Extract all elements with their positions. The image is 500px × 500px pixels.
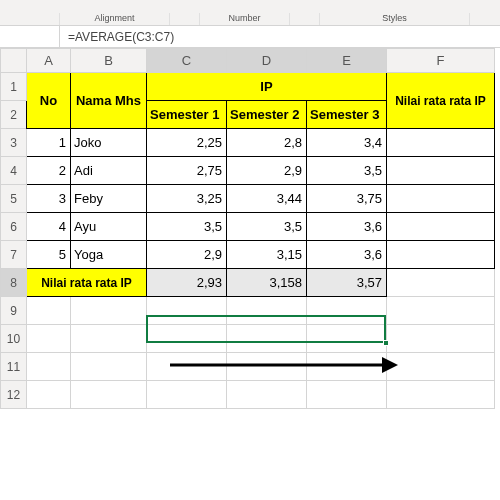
ribbon: Alignment Number Styles (0, 0, 500, 26)
formula-input[interactable]: =AVERAGE(C3:C7) (60, 30, 174, 44)
cell[interactable]: Joko (71, 129, 147, 157)
row-6[interactable]: 6 (1, 213, 27, 241)
cell[interactable] (71, 353, 147, 381)
cell[interactable] (387, 129, 495, 157)
cell[interactable] (387, 185, 495, 213)
cell[interactable] (147, 353, 227, 381)
row-5[interactable]: 5 (1, 185, 27, 213)
cell[interactable]: 5 (27, 241, 71, 269)
formula-bar: =AVERAGE(C3:C7) (0, 26, 500, 48)
header-sem3[interactable]: Semester 3 (307, 101, 387, 129)
row-4[interactable]: 4 (1, 157, 27, 185)
cell[interactable]: 2,25 (147, 129, 227, 157)
header-no[interactable]: No (27, 73, 71, 129)
cell[interactable] (387, 325, 495, 353)
cell-avg-s1[interactable]: 2,93 (147, 269, 227, 297)
cell[interactable] (147, 381, 227, 409)
cell[interactable]: 3,6 (307, 213, 387, 241)
cell[interactable]: 3 (27, 185, 71, 213)
col-D[interactable]: D (227, 49, 307, 73)
header-nama[interactable]: Nama Mhs (71, 73, 147, 129)
cell[interactable] (71, 325, 147, 353)
cell-avg-s2[interactable]: 3,158 (227, 269, 307, 297)
header-sem1[interactable]: Semester 1 (147, 101, 227, 129)
cell[interactable] (27, 353, 71, 381)
cell[interactable]: 2,75 (147, 157, 227, 185)
ribbon-group-styles: Styles (382, 13, 407, 23)
cell[interactable] (307, 381, 387, 409)
cell[interactable] (147, 297, 227, 325)
col-A[interactable]: A (27, 49, 71, 73)
grid[interactable]: A B C D E F 1 No Nama Mhs IP Nilai rata … (0, 48, 495, 409)
row-3[interactable]: 3 (1, 129, 27, 157)
cell[interactable]: 2,8 (227, 129, 307, 157)
cell[interactable] (27, 381, 71, 409)
row-7[interactable]: 7 (1, 241, 27, 269)
cell[interactable]: Adi (71, 157, 147, 185)
cell[interactable] (71, 297, 147, 325)
cell[interactable] (387, 353, 495, 381)
cell[interactable] (387, 213, 495, 241)
col-E[interactable]: E (307, 49, 387, 73)
header-ip[interactable]: IP (147, 73, 387, 101)
cell[interactable] (71, 381, 147, 409)
avg-label[interactable]: Nilai rata rata IP (27, 269, 147, 297)
cell[interactable]: 3,44 (227, 185, 307, 213)
col-B[interactable]: B (71, 49, 147, 73)
cell[interactable] (27, 297, 71, 325)
cell[interactable]: 2,9 (147, 241, 227, 269)
cell[interactable]: 1 (27, 129, 71, 157)
cell[interactable] (307, 297, 387, 325)
cell[interactable] (227, 297, 307, 325)
cell[interactable]: 3,5 (307, 157, 387, 185)
name-box[interactable] (0, 26, 60, 47)
cell[interactable]: 2,9 (227, 157, 307, 185)
cell[interactable] (387, 381, 495, 409)
cell[interactable] (387, 241, 495, 269)
col-F[interactable]: F (387, 49, 495, 73)
row-2[interactable]: 2 (1, 101, 27, 129)
cell[interactable]: 4 (27, 213, 71, 241)
cell[interactable]: 3,5 (227, 213, 307, 241)
cell[interactable] (307, 353, 387, 381)
cell[interactable] (387, 297, 495, 325)
cell[interactable] (227, 325, 307, 353)
row-1[interactable]: 1 (1, 73, 27, 101)
cell[interactable]: 3,75 (307, 185, 387, 213)
cell-avg-s3[interactable]: 3,57 (307, 269, 387, 297)
cell[interactable]: Yoga (71, 241, 147, 269)
ribbon-group-number: Number (228, 13, 260, 23)
cell[interactable]: 3,5 (147, 213, 227, 241)
cell[interactable]: 2 (27, 157, 71, 185)
cell[interactable] (387, 269, 495, 297)
row-9[interactable]: 9 (1, 297, 27, 325)
row-8[interactable]: 8 (1, 269, 27, 297)
cell[interactable]: Ayu (71, 213, 147, 241)
row-10[interactable]: 10 (1, 325, 27, 353)
cell[interactable]: 3,4 (307, 129, 387, 157)
cell[interactable] (147, 325, 227, 353)
cell[interactable]: 3,15 (227, 241, 307, 269)
header-nilai[interactable]: Nilai rata rata IP (387, 73, 495, 129)
row-11[interactable]: 11 (1, 353, 27, 381)
cell[interactable] (307, 325, 387, 353)
ribbon-group-alignment: Alignment (94, 13, 134, 23)
cell[interactable]: 3,25 (147, 185, 227, 213)
cell[interactable] (227, 353, 307, 381)
cell[interactable] (387, 157, 495, 185)
fill-handle[interactable] (383, 340, 389, 346)
col-C[interactable]: C (147, 49, 227, 73)
cell[interactable] (27, 325, 71, 353)
cell[interactable]: Feby (71, 185, 147, 213)
spreadsheet: A B C D E F 1 No Nama Mhs IP Nilai rata … (0, 48, 500, 409)
header-sem2[interactable]: Semester 2 (227, 101, 307, 129)
cell[interactable] (227, 381, 307, 409)
row-12[interactable]: 12 (1, 381, 27, 409)
cell[interactable]: 3,6 (307, 241, 387, 269)
select-all[interactable] (1, 49, 27, 73)
